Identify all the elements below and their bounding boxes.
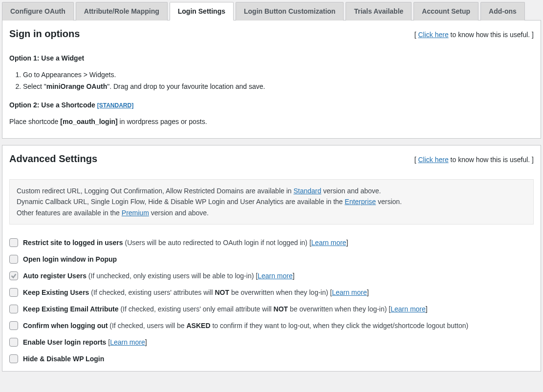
tab-login-button-customization[interactable]: Login Button Customization	[236, 2, 344, 21]
widget-step-2: Select "miniOrange OAuth". Drag and drop…	[23, 83, 534, 90]
login-reports-checkbox[interactable]	[9, 338, 18, 347]
popup-row: Open login window in Popup	[9, 255, 534, 264]
tabs-bar: Configure OAuth Attribute/Role Mapping L…	[2, 2, 541, 21]
widget-step-1: Go to Appearances > Widgets.	[23, 71, 534, 79]
auto-register-checkbox[interactable]	[9, 271, 18, 280]
restrict-learn-more-link[interactable]: Learn more	[311, 239, 347, 247]
login-reports-row: Enable User login reports [Learn more]	[9, 338, 534, 347]
keep-users-row: Keep Existing Users (If checked, existin…	[9, 288, 534, 297]
autoreg-learn-more-link[interactable]: Learn more	[258, 272, 293, 280]
option1-heading: Option 1: Use a Widget	[9, 54, 534, 62]
confirm-logout-row: Confirm when logging out (If checked, us…	[9, 321, 534, 330]
tab-configure-oauth[interactable]: Configure OAuth	[2, 2, 74, 21]
premium-version-link[interactable]: Premium	[122, 209, 149, 217]
restrict-site-checkbox[interactable]	[9, 238, 18, 247]
version-info-box: Custom redirect URL, Logging Out Confirm…	[9, 179, 534, 225]
reports-learn-more-link[interactable]: Learn more	[110, 338, 145, 346]
standard-badge-link[interactable]: [STANDARD]	[97, 102, 133, 109]
popup-checkbox[interactable]	[9, 255, 18, 264]
keepusers-learn-more-link[interactable]: Learn more	[332, 289, 367, 296]
keepemail-learn-more-link[interactable]: Learn more	[391, 305, 426, 313]
keep-email-checkbox[interactable]	[9, 305, 18, 313]
advanced-click-here-link[interactable]: Click here	[418, 156, 448, 164]
tab-trials-available[interactable]: Trials Available	[346, 2, 412, 21]
shortcode-instruction: Place shortcode [mo_oauth_login] in word…	[9, 118, 534, 125]
tab-login-settings[interactable]: Login Settings	[170, 2, 234, 21]
signin-useful-text: [ Click here to know how this is useful.…	[414, 31, 534, 39]
confirm-logout-checkbox[interactable]	[9, 321, 18, 330]
hide-wp-login-row: Hide & Disable WP Login	[9, 354, 534, 363]
keep-email-row: Keep Existing Email Attribute (If checke…	[9, 305, 534, 313]
sign-in-options-panel: Sign in options [ Click here to know how…	[2, 20, 541, 139]
signin-click-here-link[interactable]: Click here	[418, 31, 448, 39]
auto-register-row: Auto register Users (If unchecked, only …	[9, 271, 534, 280]
enterprise-version-link[interactable]: Enterprise	[345, 198, 376, 206]
keep-users-checkbox[interactable]	[9, 288, 18, 297]
advanced-useful-text: [ Click here to know how this is useful.…	[414, 156, 534, 164]
advanced-settings-title: Advanced Settings	[9, 153, 97, 165]
restrict-site-row: Restrict site to logged in users (Users …	[9, 238, 534, 247]
sign-in-options-title: Sign in options	[9, 28, 80, 40]
tab-account-setup[interactable]: Account Setup	[413, 2, 478, 21]
hide-wp-login-checkbox[interactable]	[9, 354, 18, 363]
advanced-settings-panel: Advanced Settings [ Click here to know h…	[2, 145, 541, 371]
tab-add-ons[interactable]: Add-ons	[480, 2, 525, 21]
option2-heading: Option 2: Use a Shortcode [STANDARD]	[9, 101, 534, 109]
widget-steps-list: Go to Appearances > Widgets. Select "min…	[9, 71, 534, 90]
tab-attribute-role-mapping[interactable]: Attribute/Role Mapping	[76, 2, 168, 21]
standard-version-link[interactable]: Standard	[293, 187, 321, 195]
